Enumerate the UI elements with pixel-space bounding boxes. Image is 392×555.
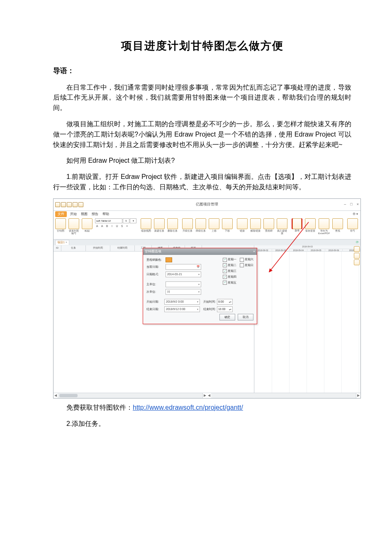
file-menu-button[interactable]: 文件	[55, 211, 67, 217]
ribbon-zoom[interactable]: 缩放视图	[141, 218, 151, 232]
colwidth-icon	[68, 218, 79, 229]
ribbon-savecfg[interactable]: 保存设置	[305, 218, 316, 232]
spinner-arrows[interactable]: ▴▾	[229, 308, 231, 311]
check-fri[interactable]: ✓星期五	[223, 281, 253, 285]
font-size-plus-icon[interactable]: A	[100, 224, 104, 229]
export-icon	[319, 218, 329, 229]
ribbon-paste[interactable]: 粘贴	[82, 218, 93, 232]
strike-icon[interactable]: S	[120, 224, 124, 229]
check-sat[interactable]: 星期六	[240, 257, 253, 262]
window-title: 亿图项目管理	[54, 202, 360, 208]
gantt-timeline[interactable]: 2018-09-03 2018-09-02 2018-09-03 2018-09…	[254, 245, 360, 399]
ribbon-newtask[interactable]: 新建任务	[154, 218, 165, 232]
ribbon-options-highlight[interactable]: 选项	[292, 218, 302, 232]
calendar-icon[interactable]: 📅	[197, 265, 200, 269]
ok-button[interactable]: 确定	[219, 314, 235, 320]
check-tue[interactable]: ✓星期二	[223, 263, 236, 268]
ribbon-deltask[interactable]: 删除任务	[167, 218, 178, 232]
menu-report[interactable]: 报告	[92, 212, 98, 217]
cancel-button[interactable]: 取消	[238, 314, 253, 320]
paragraph-2: 做项目施工组织时，对施工工期的合理调整是必不可少的一步。那么，要怎样才能快速又有…	[53, 119, 351, 150]
chevron-down-icon: ▾	[198, 283, 200, 286]
ribbon-symbol[interactable]: 符号	[347, 218, 358, 232]
underline-icon[interactable]: U	[115, 224, 119, 229]
label-enddate: 结束日期:	[146, 307, 163, 312]
zoom-icon	[141, 218, 151, 229]
expand-icon[interactable]	[354, 246, 360, 252]
gantt-icon	[55, 218, 66, 229]
check-sun[interactable]: 星期日	[240, 263, 253, 268]
column-end[interactable]: 结束时间	[110, 245, 135, 251]
align-icon[interactable]: ≡	[125, 224, 129, 229]
font-group: 9 ▾ A A B I U S ≡	[95, 218, 136, 229]
ribbon-milestone[interactable]: 里程碑	[263, 218, 274, 232]
scroll-left-icon-2[interactable]: ◀	[207, 393, 211, 398]
finish-time-spinner[interactable]: 16:00 ▴▾	[217, 306, 233, 312]
ribbon-movedown[interactable]: 下移	[222, 218, 233, 232]
scroll-thumb[interactable]	[59, 394, 78, 397]
ribbon-colwidth[interactable]: 设置列宽 编号	[68, 218, 79, 235]
ribbon-hyperlink[interactable]: 插入超链接	[277, 218, 287, 235]
main-unit-select[interactable]: ▾	[166, 281, 201, 287]
chevron-down-icon: ▾	[198, 290, 200, 294]
horizontal-scrollbar[interactable]: ◀ ▶ ◀ ▶	[54, 393, 360, 398]
chevron-down-icon: ▾	[197, 308, 198, 311]
today-date-input[interactable]: 📅	[166, 264, 201, 270]
paragraph-5: 2.添加任务。	[53, 419, 351, 429]
collapse-icon[interactable]	[354, 253, 360, 259]
check-wed[interactable]: ✓星期三	[223, 269, 253, 274]
newtask-icon	[154, 218, 165, 229]
check-thu[interactable]: ✓星期四	[223, 275, 253, 279]
ribbon-moveup[interactable]: 上移	[209, 218, 219, 232]
scroll-track-left[interactable]	[58, 393, 203, 398]
ribbon-indent[interactable]: 降级任务	[195, 218, 206, 232]
begin-time-spinner[interactable]: 8:00 ▴▾	[217, 299, 233, 305]
end-date-input[interactable]: 2018/9/12 0:00 ▾	[164, 306, 200, 312]
menu-view[interactable]: 视图	[81, 212, 88, 217]
timeline-body[interactable]	[254, 252, 360, 395]
menu-start[interactable]: 开始	[70, 212, 77, 217]
scroll-right-icon[interactable]: ▶	[203, 393, 207, 398]
column-id[interactable]: ID	[54, 245, 61, 251]
ribbon-gantt[interactable]: 甘特图	[55, 218, 66, 232]
italic-icon[interactable]: I	[110, 224, 114, 229]
menu-help[interactable]: 帮助	[102, 212, 109, 217]
scroll-right-icon-2[interactable]: ▶	[356, 393, 360, 398]
dialog-titlebar[interactable]: 甘特图选项 ×	[143, 248, 257, 255]
dialog-close-icon[interactable]: ×	[253, 249, 255, 254]
start-date-input[interactable]: 2018/9/2 0:00 ▾	[164, 299, 200, 305]
options-button-highlight	[292, 218, 302, 229]
export-side-icon[interactable]	[354, 259, 360, 265]
ribbon-find[interactable]: 查找	[332, 218, 343, 232]
label-subunit: 次单位:	[146, 290, 166, 294]
savecfg-icon	[305, 218, 316, 229]
reload-icon[interactable]: ⟳	[356, 240, 359, 245]
spinner-arrows[interactable]: ▴▾	[229, 301, 231, 303]
font-color-icon[interactable]: A	[95, 224, 99, 229]
font-dd-icon[interactable]: ▾	[130, 218, 136, 223]
column-start[interactable]: 开始时间	[86, 245, 110, 251]
ribbon-link[interactable]: 链接	[237, 218, 248, 232]
ribbon-outdent[interactable]: 升级任务	[182, 218, 193, 232]
scroll-track-right[interactable]	[211, 393, 356, 398]
font-name-select[interactable]	[95, 218, 122, 223]
download-link[interactable]: http://www.edrawsoft.cn/project/gantt/	[133, 404, 243, 411]
column-name[interactable]: 任务	[61, 245, 86, 251]
ribbon-unlink[interactable]: 解除链接	[250, 218, 261, 232]
chevron-down-icon: ▾	[198, 273, 200, 276]
lead-label: 导语：	[53, 66, 351, 76]
color-swatch[interactable]	[166, 257, 172, 262]
settings-gear-icon[interactable]: ⚙ ▾	[353, 212, 358, 217]
scroll-left-icon[interactable]: ◀	[54, 393, 58, 398]
bold-icon[interactable]: B	[105, 224, 109, 229]
document-tab-1[interactable]: 项目1 ×	[55, 240, 69, 245]
ribbon-export[interactable]: 导出为Excel/PDF	[318, 218, 330, 235]
date-format-select[interactable]: 2014-03-21 ▾	[166, 271, 201, 277]
font-size-select[interactable]: 9	[123, 218, 129, 223]
label-mainunit: 主单位:	[146, 282, 166, 287]
tab-close-icon[interactable]: ×	[66, 240, 67, 245]
check-mon[interactable]: ✓星期一	[223, 257, 236, 262]
label-today: 当前日期:	[146, 265, 166, 269]
page-title: 项目进度计划甘特图怎么做方便	[53, 37, 351, 54]
sub-unit-select[interactable]: 日 ▾	[166, 289, 201, 295]
